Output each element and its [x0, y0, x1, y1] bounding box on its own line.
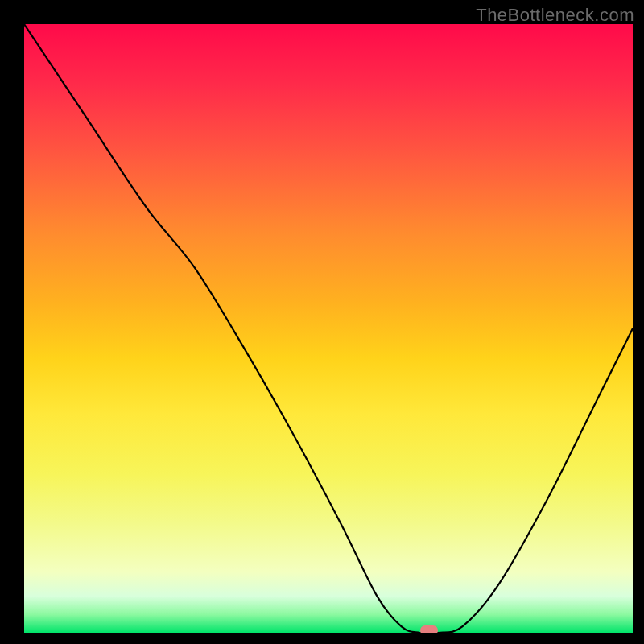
watermark-text: TheBottleneck.com	[476, 5, 634, 26]
plot-area	[24, 24, 633, 633]
curve-layer	[24, 24, 633, 633]
optimal-marker	[420, 625, 438, 633]
bottleneck-curve	[24, 24, 633, 633]
chart-frame: TheBottleneck.com	[0, 0, 644, 644]
